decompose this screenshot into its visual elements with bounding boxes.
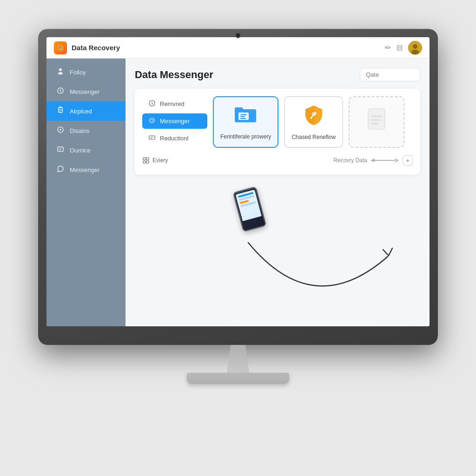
- main-layout: Folloy Messenger: [46, 59, 430, 326]
- sidebar: Folloy Messenger: [46, 59, 126, 326]
- monitor-wrapper: 🔧 Data Recovery ✏ ⊟: [38, 29, 438, 447]
- svg-rect-20: [371, 119, 380, 121]
- messenger-icon: [56, 87, 65, 96]
- plus-button[interactable]: +: [403, 155, 413, 165]
- monitor-stand-neck: [219, 345, 257, 373]
- svg-rect-15: [240, 116, 245, 117]
- messenger2-icon: [56, 165, 65, 174]
- sidebar-item-oumlce[interactable]: Oumlce: [46, 140, 126, 160]
- app-title: Data Recovery: [72, 44, 385, 52]
- sidebar-item-messenger2[interactable]: Messenger: [46, 160, 126, 179]
- search-input[interactable]: [360, 68, 420, 81]
- avatar-image: [408, 41, 422, 55]
- list-messenger-icon: [148, 117, 156, 125]
- monitor-stand-base: [187, 373, 289, 384]
- svg-rect-7: [60, 106, 61, 108]
- content-area: Data Messenger: [126, 59, 430, 326]
- list-item-reductionl[interactable]: Reductionl: [142, 131, 207, 146]
- disains-label: Disains: [70, 127, 90, 134]
- list-messenger-label: Messenger: [160, 118, 190, 125]
- oumlce-icon: [56, 145, 65, 155]
- content-header: Data Messenger: [135, 68, 420, 81]
- folloy-icon: [56, 67, 65, 77]
- edit-icon[interactable]: ✏: [385, 43, 391, 52]
- atrplced-icon: [56, 106, 65, 116]
- folloy-label: Folloy: [70, 69, 86, 76]
- monitor-bezel: 🔧 Data Recovery ✏ ⊟: [38, 29, 438, 345]
- svg-point-3: [413, 44, 417, 49]
- list-item-messenger[interactable]: Messenger: [142, 113, 207, 129]
- monitor-screen: 🔧 Data Recovery ✏ ⊟: [46, 37, 430, 326]
- svg-point-9: [60, 129, 61, 131]
- sidebar-item-atrplced[interactable]: Atrplced: [46, 101, 126, 121]
- card-ferintiferale[interactable]: Ferintiferale prowery: [213, 96, 278, 148]
- svg-rect-19: [371, 115, 382, 117]
- page-title: Data Messenger: [135, 69, 213, 81]
- card-chased[interactable]: Chased Reneflow: [284, 96, 343, 148]
- chased-label: Chased Reneflow: [291, 134, 336, 140]
- svg-rect-21: [371, 123, 378, 125]
- remvred-label: Remvred: [160, 100, 185, 107]
- svg-rect-24: [143, 161, 145, 163]
- recovery-label: Recovry Data: [333, 157, 367, 164]
- ghost-icon: [364, 106, 389, 134]
- messenger-label: Messenger: [70, 88, 99, 95]
- avatar[interactable]: [408, 41, 422, 55]
- svg-text:🔧: 🔧: [58, 45, 64, 51]
- every-button[interactable]: Eviery: [142, 157, 168, 164]
- disains-icon: [56, 126, 65, 135]
- arrow-line: [371, 158, 399, 163]
- list-panel: Remvred Messenger: [142, 96, 207, 148]
- svg-point-4: [411, 50, 419, 54]
- phone-screen: [236, 190, 262, 221]
- sidebar-item-messenger[interactable]: Messenger: [46, 82, 126, 101]
- phone-device: [233, 186, 267, 232]
- oumlce-label: Oumlce: [70, 147, 91, 154]
- svg-rect-25: [146, 161, 149, 163]
- animation-area: [135, 179, 420, 317]
- title-bar: 🔧 Data Recovery ✏ ⊟: [46, 37, 430, 59]
- sidebar-item-disains[interactable]: Disains: [46, 121, 126, 140]
- cards-panel: Remvred Messenger: [135, 89, 420, 175]
- messenger2-label: Messenger: [70, 166, 99, 173]
- chased-icon: [303, 104, 325, 130]
- recovery-data-section: Recovry Data +: [333, 155, 413, 165]
- bottom-row: Eviery Recovry Data: [142, 153, 413, 167]
- every-icon: [142, 157, 150, 164]
- sidebar-item-folloy[interactable]: Folloy: [46, 62, 126, 82]
- svg-rect-12: [149, 136, 155, 139]
- ferintiferale-label: Ferintiferale prowery: [220, 133, 271, 140]
- curved-arrow: [220, 229, 406, 312]
- reductionl-icon: [148, 134, 156, 142]
- window-icon[interactable]: ⊟: [397, 43, 403, 52]
- list-item-remvred[interactable]: Remvred: [142, 96, 207, 112]
- atrplced-label: Atrplced: [70, 108, 92, 115]
- reductionl-label: Reductionl: [160, 135, 188, 142]
- svg-rect-16: [240, 118, 246, 119]
- remvred-icon: [148, 100, 156, 108]
- cards-row: Remvred Messenger: [142, 96, 413, 148]
- ferintiferale-icon: [234, 104, 258, 130]
- app-logo: 🔧: [54, 41, 67, 54]
- every-label: Eviery: [152, 157, 168, 164]
- logo-icon: 🔧: [57, 44, 64, 52]
- svg-rect-14: [240, 114, 247, 115]
- svg-rect-10: [58, 147, 63, 152]
- title-bar-actions: ✏ ⊟: [385, 41, 422, 55]
- svg-rect-22: [143, 158, 145, 160]
- card-ghost[interactable]: [349, 96, 404, 148]
- svg-rect-23: [146, 158, 149, 160]
